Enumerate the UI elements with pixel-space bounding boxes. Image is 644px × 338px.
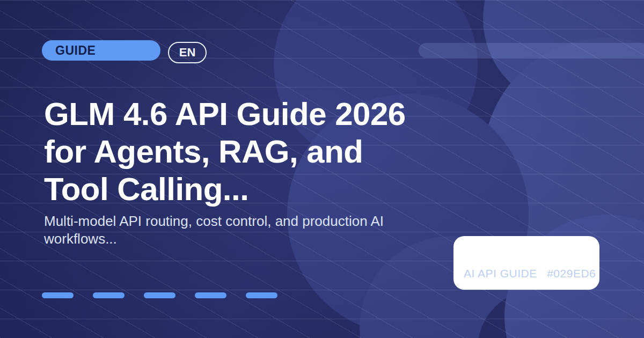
title-line: Tool Calling... <box>44 171 452 208</box>
language-badge-label: EN <box>179 46 196 60</box>
title-line: GLM 4.6 API Guide 2026 <box>44 95 452 133</box>
subtitle-line: Multi-model API routing, cost control, a… <box>44 212 430 230</box>
decorative-bar <box>419 43 644 58</box>
page-title: GLM 4.6 API Guide 2026 for Agents, RAG, … <box>44 95 452 208</box>
category-badge-label: GUIDE <box>55 43 96 58</box>
progress-dash <box>93 292 125 298</box>
subtitle-line: workflows... <box>44 230 430 248</box>
watermark-label: AI API GUIDE <box>464 267 537 280</box>
category-badge: GUIDE <box>42 40 160 61</box>
watermark-code: #029ED6 <box>547 267 596 280</box>
page-subtitle: Multi-model API routing, cost control, a… <box>44 212 430 248</box>
language-badge: EN <box>168 42 207 63</box>
progress-dash <box>42 292 74 298</box>
dash-row <box>42 292 277 298</box>
title-line: for Agents, RAG, and <box>44 133 452 171</box>
watermark-card: AI API GUIDE #029ED6 <box>453 236 599 290</box>
progress-dash <box>195 292 226 298</box>
progress-dash <box>144 292 175 298</box>
og-banner-card: GUIDE EN GLM 4.6 API Guide 2026 for Agen… <box>0 0 644 338</box>
progress-dash <box>246 292 277 298</box>
